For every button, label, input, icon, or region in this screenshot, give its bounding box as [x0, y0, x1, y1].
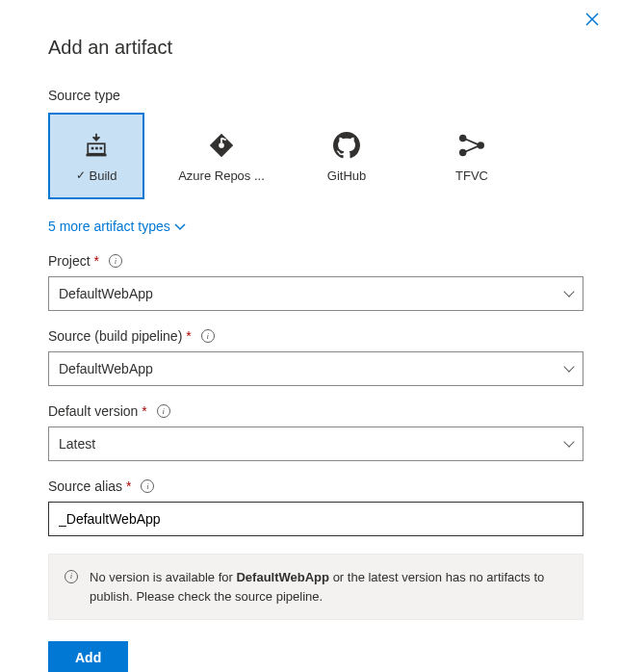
svg-point-8: [478, 142, 484, 148]
more-artifact-types-link[interactable]: 5 more artifact types: [48, 219, 186, 234]
project-value: DefaultWebApp: [59, 286, 153, 301]
source-label: Source (build pipeline): [48, 328, 182, 344]
alias-label: Source alias: [48, 478, 122, 494]
info-icon[interactable]: i: [141, 479, 154, 493]
required-marker: *: [142, 403, 146, 419]
close-icon: [585, 13, 599, 26]
source-value: DefaultWebApp: [59, 361, 153, 376]
tile-tfvc-label: TFVC: [455, 168, 488, 183]
field-alias: Source alias * i: [48, 478, 583, 536]
warning-message-text: No version is available for DefaultWebAp…: [90, 568, 567, 606]
panel-title: Add an artifact: [48, 37, 583, 59]
project-label: Project: [48, 253, 91, 269]
tile-github[interactable]: GitHub: [298, 113, 395, 199]
project-select[interactable]: DefaultWebApp: [48, 276, 583, 311]
add-artifact-panel: Add an artifact Source type ✓ Build Azur…: [0, 0, 622, 672]
svg-point-5: [219, 142, 224, 148]
svg-rect-4: [87, 153, 107, 156]
tile-build[interactable]: ✓ Build: [48, 113, 144, 199]
check-icon: ✓: [76, 168, 86, 182]
version-select[interactable]: Latest: [48, 426, 583, 461]
svg-point-6: [459, 134, 466, 141]
tile-tfvc[interactable]: TFVC: [424, 113, 520, 199]
warning-message: i No version is available for DefaultWeb…: [48, 554, 583, 620]
source-type-label: Source type: [48, 88, 583, 103]
source-type-tiles: ✓ Build Azure Repos ... GitHub TFVC: [48, 113, 583, 199]
info-icon[interactable]: i: [109, 254, 122, 268]
chevron-down-icon: [563, 286, 574, 297]
more-artifact-types-text: 5 more artifact types: [48, 219, 170, 234]
required-marker: *: [93, 253, 98, 269]
build-icon: [83, 130, 110, 161]
tile-build-label: Build: [90, 168, 117, 183]
tile-azure-repos[interactable]: Azure Repos ...: [173, 113, 270, 199]
close-button[interactable]: [580, 10, 605, 32]
tile-build-label-row: ✓ Build: [76, 168, 117, 183]
tile-github-label: GitHub: [327, 168, 366, 183]
tfvc-icon: [457, 130, 486, 161]
required-marker: *: [126, 478, 131, 494]
svg-rect-1: [91, 146, 94, 149]
field-version: Default version * i Latest: [48, 403, 583, 461]
svg-rect-3: [100, 146, 103, 149]
chevron-down-icon: [174, 219, 186, 234]
azure-repos-icon: [207, 130, 236, 161]
version-label: Default version: [48, 403, 138, 419]
svg-rect-2: [95, 146, 98, 149]
field-source: Source (build pipeline) * i DefaultWebAp…: [48, 328, 583, 386]
add-button[interactable]: Add: [48, 641, 128, 672]
github-icon: [333, 130, 360, 161]
svg-point-7: [459, 148, 466, 155]
chevron-down-icon: [563, 361, 574, 372]
required-marker: *: [186, 328, 191, 344]
info-icon[interactable]: i: [157, 404, 170, 418]
alias-input[interactable]: [48, 502, 583, 536]
version-value: Latest: [59, 436, 95, 452]
info-icon: i: [65, 570, 78, 583]
source-select[interactable]: DefaultWebApp: [48, 351, 583, 386]
tile-azure-repos-label: Azure Repos ...: [178, 168, 265, 183]
field-project: Project * i DefaultWebApp: [48, 253, 583, 311]
chevron-down-icon: [563, 436, 574, 447]
info-icon[interactable]: i: [201, 329, 215, 343]
